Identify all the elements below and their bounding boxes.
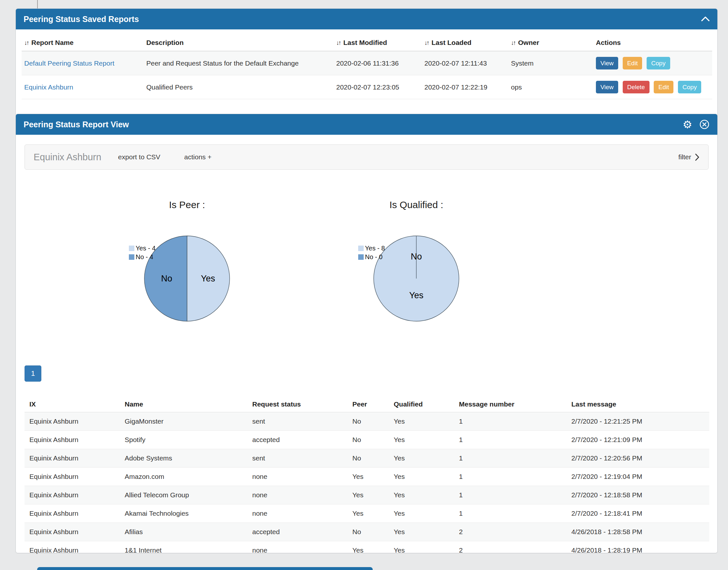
last-message-cell: 2/7/2020 - 12:20:56 PM [567,449,709,468]
column-label: Last Modified [343,39,387,46]
qualified-cell: Yes [389,412,454,431]
column-label: Description [146,39,184,46]
name-cell: Akamai Technologies [120,504,247,523]
description-cell: Peer and Request Status for the Default … [144,51,333,75]
ix-cell: Equinix Ashburn [25,431,120,449]
owner-cell: System [508,51,593,75]
name-cell: Afilias [120,523,247,541]
column-label: Last Loaded [432,39,472,46]
ix-cell: Equinix Ashburn [25,412,120,431]
report-row: Equinix Ashburn Afilias accepted No Yes … [25,523,709,541]
last-message-cell: 4/26/2018 - 1:28:19 PM [567,541,709,560]
view-button[interactable]: View [596,81,618,93]
chart-legend: Yes - 8 No - 0 [358,244,385,261]
column-header-last-message: Last message [567,396,709,412]
pie-label-no: No [411,252,422,261]
message-number-cell: 2 [454,541,567,560]
column-header-last-loaded[interactable]: ↓↑Last Loaded [422,35,508,51]
edit-button[interactable]: Edit [654,81,673,93]
name-cell: GigaMonster [120,412,247,431]
peer-cell: No [347,431,389,449]
peer-cell: Yes [347,486,389,504]
pie-label-yes: Yes [201,274,215,283]
saved-reports-table: ↓↑Report Name Description ↓↑Last Modifie… [22,35,712,99]
report-row: Equinix Ashburn GigaMonster sent No Yes … [25,412,709,431]
edit-button[interactable]: Edit [623,57,642,69]
copy-button[interactable]: Copy [647,57,670,69]
copy-button[interactable]: Copy [678,81,701,93]
qualified-cell: Yes [389,431,454,449]
qualified-cell: Yes [389,541,454,560]
legend-swatch-no [129,254,134,260]
report-row: Equinix Ashburn Allied Telecom Group non… [25,486,709,504]
charts-row: Is Peer : Yes - 4 No - 4 No Yes Is Quali… [16,199,717,361]
ix-cell: Equinix Ashburn [25,523,120,541]
report-name-cell: Equinix Ashburn [22,75,144,99]
peer-cell: No [347,412,389,431]
column-header-actions: Actions [593,35,712,51]
ix-cell: Equinix Ashburn [25,504,120,523]
request-status-cell: accepted [247,523,347,541]
request-status-cell: none [247,541,347,560]
chevron-right-icon [695,154,700,161]
peer-cell: No [347,523,389,541]
name-cell: 1&1 Internet [120,541,247,560]
name-cell: Adobe Systems [120,449,247,468]
last-message-cell: 2/7/2020 - 12:21:25 PM [567,412,709,431]
pie-label-no: No [161,274,172,283]
pagination: 1 [25,365,717,382]
export-csv-link[interactable]: export to CSV [118,153,160,161]
legend-swatch-no [358,254,364,260]
column-header-message-number: Message number [454,396,567,412]
chart-legend: Yes - 4 No - 4 [129,244,156,261]
column-header-last-modified[interactable]: ↓↑Last Modified [333,35,422,51]
legend-label: No - 0 [365,253,383,261]
saved-reports-header-row: ↓↑Report Name Description ↓↑Last Modifie… [22,35,712,51]
peer-cell: Yes [347,541,389,560]
report-row: Equinix Ashburn Spotify accepted No Yes … [25,431,709,449]
name-cell: Spotify [120,431,247,449]
message-number-cell: 2 [454,523,567,541]
owner-cell: ops [508,75,593,99]
message-number-cell: 1 [454,468,567,486]
next-panel-header-partial [37,567,373,570]
view-button[interactable]: View [596,57,618,69]
gear-icon[interactable]: ⚙ [682,119,692,130]
qualified-cell: Yes [389,468,454,486]
report-row: Equinix Ashburn Amazon.com none Yes Yes … [25,468,709,486]
report-link[interactable]: Equinix Ashburn [24,83,73,91]
request-status-cell: none [247,486,347,504]
filter-toggle[interactable]: filter [678,153,700,161]
report-link[interactable]: Default Peering Status Report [24,59,114,67]
legend-item: No - 0 [358,253,385,261]
report-row: Equinix Ashburn Akamai Technologies none… [25,504,709,523]
sort-icon: ↓↑ [24,39,28,46]
report-table-header-row: IX Name Request status Peer Qualified Me… [25,396,709,412]
report-row: Equinix Ashburn 1&1 Internet none Yes Ye… [25,541,709,560]
page-1-button[interactable]: 1 [25,365,41,382]
pie-label-yes: Yes [409,290,424,300]
qualified-cell: Yes [389,486,454,504]
report-view-panel-header: Peering Status Report View ⚙ [16,114,717,135]
close-icon[interactable] [699,119,710,129]
chart-title: Is Peer : [72,199,302,210]
legend-swatch-yes [129,246,134,251]
column-header-peer: Peer [347,396,389,412]
message-number-cell: 1 [454,412,567,431]
name-cell: Allied Telecom Group [120,486,247,504]
column-header-report-name[interactable]: ↓↑Report Name [22,35,144,51]
actions-menu-link[interactable]: actions + [184,153,211,161]
column-label: Actions [596,39,621,46]
collapse-chevron-up-icon[interactable] [701,16,710,22]
legend-swatch-yes [358,246,364,251]
sort-icon: ↓↑ [425,39,429,46]
report-name-heading: Equinix Ashburn [34,152,101,163]
request-status-cell: sent [247,449,347,468]
delete-button[interactable]: Delete [623,81,650,93]
column-header-description: Description [144,35,333,51]
message-number-cell: 1 [454,449,567,468]
request-status-cell: sent [247,412,347,431]
request-status-cell: none [247,504,347,523]
column-header-owner[interactable]: ↓↑Owner [508,35,593,51]
saved-report-row: Equinix Ashburn Qualified Peers 2020-02-… [22,75,712,99]
